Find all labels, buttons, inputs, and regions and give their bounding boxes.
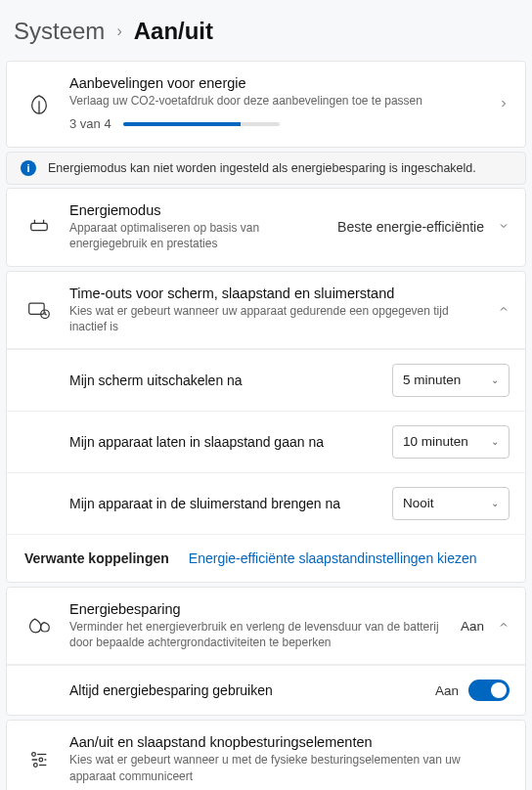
timeouts-header-row[interactable]: Time-outs voor scherm, slaapstand en slu… [7,272,525,349]
related-links-row: Verwante koppelingen Energie-efficiënte … [7,534,525,582]
related-links-label: Verwante koppelingen [24,550,169,566]
svg-rect-0 [31,224,48,231]
recommendations-progress-fill [123,122,241,126]
power-mode-title: Energiemodus [69,202,324,218]
recommendations-title: Aanbevelingen voor energie [69,75,484,91]
info-text: Energiemodus kan niet worden ingesteld a… [48,161,476,175]
screen-off-value: 5 minuten [403,373,461,387]
always-saver-toggle[interactable] [468,680,510,701]
power-buttons-title: Aan/uit en slaapstand knopbesturingselem… [69,734,510,750]
timeouts-card: Time-outs voor scherm, slaapstand en slu… [6,271,526,583]
svg-point-4 [39,758,43,762]
timeouts-subtitle: Kies wat er gebeurt wanneer uw apparaat … [69,303,484,334]
battery-saver-subtitle: Verminder het energieverbruik en verleng… [69,619,447,650]
screen-off-label: Mijn scherm uitschakelen na [69,373,378,388]
leaf-icon [22,94,56,115]
hibernate-label: Mijn apparaat in de sluimerstand brengen… [69,496,378,511]
info-bar: i Energiemodus kan niet worden ingesteld… [6,152,526,185]
power-mode-icon [22,216,56,238]
svg-point-5 [34,763,38,767]
battery-saver-header-row[interactable]: Energiebesparing Verminder het energieve… [7,588,525,665]
always-saver-row: Altijd energiebesparing gebruiken Aan [7,665,525,715]
timeouts-title: Time-outs voor scherm, slaapstand en slu… [69,285,484,301]
chevron-up-icon [498,302,510,318]
controls-icon [22,749,56,770]
battery-saver-title: Energiebesparing [69,601,447,617]
always-saver-label: Altijd energiebesparing gebruiken [69,682,421,698]
chevron-down-icon [498,219,510,235]
hibernate-select[interactable]: Nooit ⌄ [392,487,510,520]
power-buttons-subtitle: Kies wat er gebeurt wanneer u met de fys… [69,752,510,783]
hibernate-value: Nooit [403,496,434,510]
svg-point-3 [32,752,36,756]
battery-saver-card: Energiebesparing Verminder het energieve… [6,587,526,716]
energy-recommendations-card[interactable]: Aanbevelingen voor energie Verlaag uw CO… [6,61,526,148]
power-mode-card[interactable]: Energiemodus Apparaat optimaliseren op b… [6,188,526,266]
recommendations-progress-text: 3 van 4 [69,116,111,131]
battery-saver-icon [22,615,56,636]
sleep-value: 10 minuten [403,434,468,449]
chevron-down-icon: ⌄ [491,436,499,447]
chevron-right-icon: › [114,22,123,40]
battery-saver-status: Aan [461,619,484,634]
sleep-settings-link[interactable]: Energie-efficiënte slaapstandinstellinge… [189,550,477,566]
chevron-down-icon: ⌄ [491,374,499,385]
hibernate-row: Mijn apparaat in de sluimerstand brengen… [7,472,525,534]
sleep-row: Mijn apparaat laten in slaapstand gaan n… [7,411,525,472]
breadcrumb: Systeem › Aan/uit [0,0,532,55]
screen-off-select[interactable]: 5 minuten ⌄ [392,364,510,397]
breadcrumb-parent[interactable]: Systeem [14,18,105,45]
breadcrumb-current: Aan/uit [134,18,213,45]
chevron-down-icon: ⌄ [491,498,499,508]
recommendations-progress-bar [123,122,280,126]
timeout-icon [22,299,56,321]
chevron-up-icon [498,618,510,634]
power-mode-subtitle: Apparaat optimaliseren op basis van ener… [69,220,324,251]
sleep-label: Mijn apparaat laten in slaapstand gaan n… [69,434,378,450]
power-buttons-card[interactable]: Aan/uit en slaapstand knopbesturingselem… [6,720,526,790]
sleep-select[interactable]: 10 minuten ⌄ [392,425,510,459]
svg-rect-1 [29,303,44,314]
always-saver-value: Aan [435,683,459,698]
power-mode-value: Beste energie-efficiëntie [337,219,484,235]
recommendations-subtitle: Verlaag uw CO2-voetafdruk door deze aanb… [69,93,484,109]
chevron-right-icon [498,97,510,112]
info-icon: i [21,160,36,176]
screen-off-row: Mijn scherm uitschakelen na 5 minuten ⌄ [7,349,525,411]
